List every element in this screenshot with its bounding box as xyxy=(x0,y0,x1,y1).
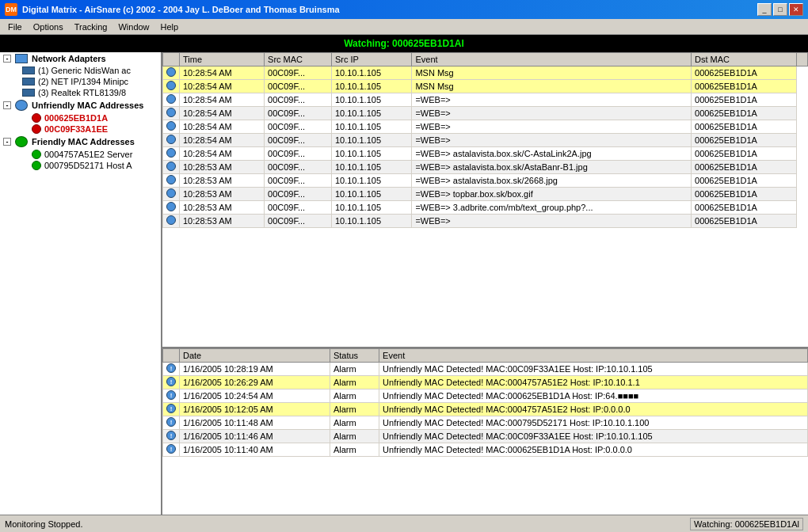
table-row[interactable]: 10:28:54 AM 00C09F... 10.10.1.105 MSN Ms… xyxy=(163,66,808,80)
left-panel: - Network Adapters (1) Generic NdisWan a… xyxy=(0,52,162,515)
table-row[interactable]: 10:28:54 AM 00C09F... 10.10.1.105 =WEB=>… xyxy=(163,93,808,107)
table-row[interactable]: 10:28:54 AM 00C09F... 10.10.1.105 =WEB=>… xyxy=(163,107,808,120)
bottom-table-container[interactable]: Date Status Event ! 1/16/2005 10:28:19 A… xyxy=(162,348,808,515)
menu-window[interactable]: Window xyxy=(113,21,154,33)
expand-unfriendly[interactable]: - xyxy=(3,101,11,109)
col-event[interactable]: Event xyxy=(412,53,692,66)
friendly-mac-1[interactable]: 0004757A51E2 Server xyxy=(0,149,161,160)
adapter-icon-2 xyxy=(22,78,35,86)
expand-friendly[interactable]: - xyxy=(3,138,11,146)
unfriendly-mac-1[interactable]: 000625EB1D1A xyxy=(0,112,161,124)
bot-col-status[interactable]: Status xyxy=(330,349,379,363)
main-content: - Network Adapters (1) Generic NdisWan a… xyxy=(0,52,808,515)
right-panel: Time Src MAC Src IP Event Dst MAC 10:28:… xyxy=(162,52,808,515)
table-row[interactable]: ! 1/16/2005 10:12:05 AM Alarm Unfriendly… xyxy=(163,403,808,416)
menu-options[interactable]: Options xyxy=(29,21,68,33)
row-event: =WEB=> astalavista.box.sk/C-AstaLink2A.j… xyxy=(412,147,692,161)
bot-row-event: Unfriendly MAC Detected! MAC:000625EB1D1… xyxy=(379,443,808,457)
row-src-ip: 10.10.1.105 xyxy=(331,174,412,188)
bot-row-icon: ! xyxy=(163,430,180,443)
table-row[interactable]: 10:28:53 AM 00C09F... 10.10.1.105 =WEB=>… xyxy=(163,174,808,188)
bot-row-date: 1/16/2005 10:11:46 AM xyxy=(180,430,330,443)
adapter-1[interactable]: (1) Generic NdisWan ac xyxy=(0,65,161,76)
row-time: 10:28:53 AM xyxy=(180,161,265,174)
top-table-container[interactable]: Time Src MAC Src IP Event Dst MAC 10:28:… xyxy=(162,52,808,348)
col-dst-mac[interactable]: Dst MAC xyxy=(692,53,797,66)
bot-row-event: Unfriendly MAC Detected! MAC:00C09F33A1E… xyxy=(379,363,808,376)
close-button[interactable]: ✕ xyxy=(789,3,803,16)
row-time: 10:28:53 AM xyxy=(180,188,265,201)
unfriendly-icon xyxy=(15,100,28,111)
row-icon xyxy=(163,134,180,147)
status-watching: Watching: 000625EB1D1Al xyxy=(694,519,799,529)
table-row[interactable]: ! 1/16/2005 10:28:19 AM Alarm Unfriendly… xyxy=(163,363,808,376)
row-event: MSN Msg xyxy=(412,80,692,93)
col-src-ip[interactable]: Src IP xyxy=(331,53,412,66)
row-src-mac: 00C09F... xyxy=(265,107,332,120)
table-row[interactable]: ! 1/16/2005 10:11:40 AM Alarm Unfriendly… xyxy=(163,443,808,457)
table-row[interactable]: 10:28:54 AM 00C09F... 10.10.1.105 =WEB=>… xyxy=(163,147,808,161)
row-icon xyxy=(163,201,180,215)
table-row[interactable]: 10:28:53 AM 00C09F... 10.10.1.105 =WEB=>… xyxy=(163,161,808,174)
row-time: 10:28:53 AM xyxy=(180,215,265,228)
table-row[interactable]: ! 1/16/2005 10:26:29 AM Alarm Unfriendly… xyxy=(163,376,808,390)
row-src-ip: 10.10.1.105 xyxy=(331,107,412,120)
row-icon xyxy=(163,120,180,134)
adapter-2[interactable]: (2) NET IP/1394 Minipc xyxy=(0,76,161,87)
row-src-mac: 00C09F... xyxy=(265,215,332,228)
col-time[interactable]: Time xyxy=(180,53,265,66)
status-bar: Monitoring Stopped. Watching: 000625EB1D… xyxy=(0,515,808,532)
bot-row-icon: ! xyxy=(163,376,180,390)
row-src-mac: 00C09F... xyxy=(265,80,332,93)
unfriendly-mac-1-label: 000625EB1D1A xyxy=(44,113,108,123)
table-row[interactable]: ! 1/16/2005 10:24:54 AM Alarm Unfriendly… xyxy=(163,390,808,403)
window-title: Digital Matrix - AirSnare (c) 2002 - 200… xyxy=(22,5,340,14)
network-adapters-header[interactable]: - Network Adapters xyxy=(0,52,161,65)
row-src-mac: 00C09F... xyxy=(265,93,332,107)
bot-col-date[interactable]: Date xyxy=(180,349,330,363)
row-dst-mac: 000625EB1D1A xyxy=(692,215,797,228)
friendly-dot-1 xyxy=(32,150,41,159)
expand-network-adapters[interactable]: - xyxy=(3,55,11,63)
maximize-button[interactable]: □ xyxy=(773,3,787,16)
row-icon xyxy=(163,188,180,201)
menu-help[interactable]: Help xyxy=(156,21,184,33)
table-row[interactable]: 10:28:53 AM 00C09F... 10.10.1.105 =WEB=>… xyxy=(163,215,808,228)
friendly-mac-2[interactable]: 000795D52171 Host A xyxy=(0,160,161,171)
bot-row-status: Alarm xyxy=(330,390,379,403)
row-time: 10:28:54 AM xyxy=(180,120,265,134)
friendly-icon xyxy=(15,136,28,147)
friendly-mac-header[interactable]: - Friendly MAC Addresses xyxy=(0,135,161,149)
menu-file[interactable]: File xyxy=(3,21,27,33)
table-row[interactable]: ! 1/16/2005 10:11:48 AM Alarm Unfriendly… xyxy=(163,416,808,430)
row-event: =WEB=> xyxy=(412,134,692,147)
table-row[interactable]: 10:28:53 AM 00C09F... 10.10.1.105 =WEB=>… xyxy=(163,201,808,215)
unfriendly-mac-header[interactable]: - Unfriendly MAC Addresses xyxy=(0,98,161,112)
unfriendly-mac-2[interactable]: 00C09F33A1EE xyxy=(0,124,161,135)
app-icon: DM xyxy=(5,3,17,16)
col-src-mac[interactable]: Src MAC xyxy=(265,53,332,66)
bot-row-status: Alarm xyxy=(330,376,379,390)
bot-col-event[interactable]: Event xyxy=(379,349,808,363)
row-event: =WEB=> topbar.box.sk/box.gif xyxy=(412,188,692,201)
menu-tracking[interactable]: Tracking xyxy=(70,21,112,33)
row-dst-mac: 000625EB1D1A xyxy=(692,120,797,134)
row-src-ip: 10.10.1.105 xyxy=(331,188,412,201)
row-icon xyxy=(163,161,180,174)
bot-row-icon: ! xyxy=(163,390,180,403)
adapter-3[interactable]: (3) Realtek RTL8139/8 xyxy=(0,87,161,98)
table-row[interactable]: 10:28:53 AM 00C09F... 10.10.1.105 =WEB=>… xyxy=(163,188,808,201)
bot-row-icon: ! xyxy=(163,363,180,376)
bot-row-status: Alarm xyxy=(330,443,379,457)
table-row[interactable]: ! 1/16/2005 10:11:46 AM Alarm Unfriendly… xyxy=(163,430,808,443)
bot-row-date: 1/16/2005 10:11:48 AM xyxy=(180,416,330,430)
row-icon xyxy=(163,147,180,161)
table-row[interactable]: 10:28:54 AM 00C09F... 10.10.1.105 =WEB=>… xyxy=(163,120,808,134)
table-row[interactable]: 10:28:54 AM 00C09F... 10.10.1.105 MSN Ms… xyxy=(163,80,808,93)
row-dst-mac: 000625EB1D1A xyxy=(692,93,797,107)
row-event: =WEB=> astalavista.box.sk/2668.jpg xyxy=(412,174,692,188)
unfriendly-dot-2 xyxy=(32,124,41,134)
table-row[interactable]: 10:28:54 AM 00C09F... 10.10.1.105 =WEB=>… xyxy=(163,134,808,147)
bot-col-empty xyxy=(163,349,180,363)
minimize-button[interactable]: _ xyxy=(757,3,772,16)
